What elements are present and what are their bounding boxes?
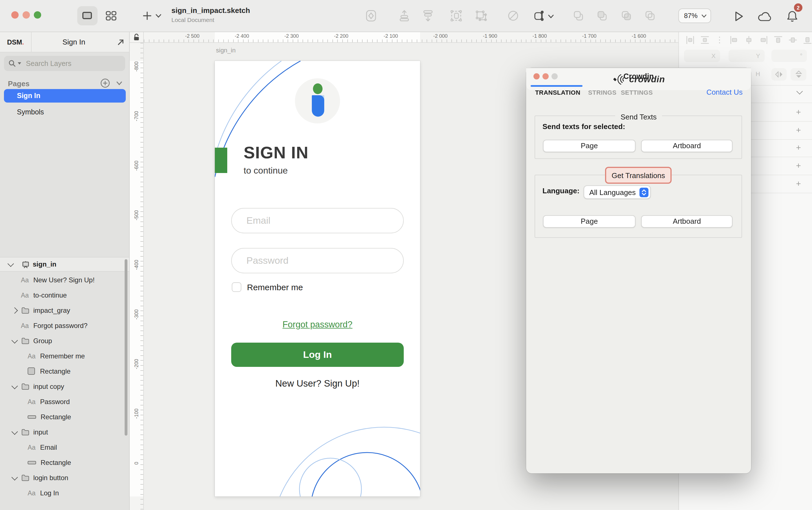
crowdin-plugin-window[interactable]: Crowdin TRANSLATIONSTRINGSSETTINGS Conta…: [526, 68, 751, 473]
edit-layer-chevron-icon[interactable]: [548, 14, 554, 19]
expand-arrow-icon[interactable]: [117, 38, 125, 46]
chevron-down-icon[interactable]: [11, 474, 18, 480]
dist-v-icon[interactable]: [700, 35, 709, 44]
layer-row[interactable]: AaEmail: [0, 440, 129, 455]
crowdin-tab-settings[interactable]: SETTINGS: [621, 89, 653, 96]
send-page-button[interactable]: Page: [543, 140, 636, 152]
detach-style-icon[interactable]: [644, 9, 656, 22]
layer-row[interactable]: Group: [0, 333, 129, 348]
layer-row[interactable]: AaForgot password?: [0, 318, 129, 333]
copy-style-icon[interactable]: [572, 9, 585, 22]
x-position-field[interactable]: X: [684, 50, 720, 62]
align-b-icon[interactable]: [803, 35, 812, 44]
zoom-level-dropdown[interactable]: 87%: [678, 8, 711, 23]
add-style-icon[interactable]: +: [794, 179, 803, 188]
layer-row-artboard[interactable]: sign_in: [0, 257, 129, 272]
layer-row[interactable]: AaPassword: [0, 394, 129, 409]
layer-label: Email: [40, 443, 57, 451]
sidebar-page-sign-in[interactable]: Sign In: [4, 89, 126, 102]
rotation-field[interactable]: °: [772, 50, 807, 62]
current-page-tab[interactable]: Sign In: [32, 32, 116, 52]
edit-layer-icon[interactable]: [532, 9, 545, 22]
dsm-plugin-button[interactable]: DSM.: [0, 32, 32, 52]
grid-view-icon[interactable]: [106, 10, 117, 22]
chevron-down-icon[interactable]: [11, 383, 18, 389]
flip-horizontal-button[interactable]: [772, 68, 787, 81]
insert-plus-icon[interactable]: [143, 11, 152, 20]
remember-me-checkbox[interactable]: [232, 282, 241, 292]
preview-play-icon[interactable]: [733, 10, 744, 23]
dist-h-icon[interactable]: [686, 35, 695, 44]
add-style-icon[interactable]: +: [794, 125, 803, 134]
login-button[interactable]: Log In: [231, 342, 404, 367]
insert-chevron-down-icon[interactable]: [156, 13, 161, 18]
ruler-label: -2 400: [228, 33, 256, 39]
align-r-icon[interactable]: [759, 35, 768, 44]
add-page-icon[interactable]: [100, 78, 110, 88]
add-style-icon[interactable]: +: [794, 143, 803, 152]
layer-row[interactable]: Rectangle: [0, 409, 129, 424]
layer-row[interactable]: impact_gray: [0, 303, 129, 318]
sidebar-page-symbols[interactable]: Symbols: [4, 106, 126, 119]
layer-row[interactable]: Aato-continue: [0, 288, 129, 303]
contact-us-link[interactable]: Contact Us: [706, 88, 743, 96]
get-translations-button[interactable]: Get Translations: [605, 167, 672, 184]
artboard-title[interactable]: sign_in: [216, 47, 236, 54]
section-chevron-down-icon[interactable]: [796, 88, 803, 95]
layer-row[interactable]: input copy: [0, 379, 129, 394]
add-style-icon[interactable]: +: [794, 160, 803, 170]
lock-icon[interactable]: [133, 33, 140, 41]
search-layers-field[interactable]: [4, 56, 125, 71]
flip-vertical-button[interactable]: [790, 68, 806, 81]
get-page-button[interactable]: Page: [543, 215, 636, 228]
add-style-icon[interactable]: +: [794, 107, 803, 117]
paste-style-icon[interactable]: [596, 9, 608, 22]
pages-collapse-chevron-icon[interactable]: [116, 81, 122, 86]
email-field[interactable]: Email: [231, 208, 404, 233]
layer-row[interactable]: Rectangle: [0, 455, 129, 470]
get-artboard-button[interactable]: Artboard: [641, 215, 732, 228]
zoom-traffic-light[interactable]: [34, 11, 41, 19]
align-c-icon[interactable]: [744, 35, 753, 44]
layer-row[interactable]: AaRemember me: [0, 348, 129, 363]
chevron-down-icon[interactable]: [11, 428, 18, 435]
dsm-label: DSM: [7, 38, 22, 46]
align-l-icon[interactable]: [730, 35, 739, 44]
minimize-traffic-light[interactable]: [23, 11, 30, 19]
password-field[interactable]: Password: [231, 248, 404, 273]
forgot-password-link[interactable]: Forgot password?: [215, 320, 420, 330]
insert-symbol-icon[interactable]: [365, 9, 377, 22]
rotate-icon[interactable]: [507, 9, 519, 22]
link-style-icon[interactable]: [620, 9, 633, 22]
search-input[interactable]: [25, 59, 112, 68]
y-position-field[interactable]: Y: [729, 50, 765, 62]
language-dropdown[interactable]: All Languages: [584, 185, 651, 199]
pages-header: Pages: [8, 80, 30, 88]
layers-scrollbar[interactable]: [125, 259, 127, 436]
bring-forward-icon[interactable]: [398, 9, 410, 22]
close-traffic-light[interactable]: [11, 11, 19, 19]
boolean-union-icon[interactable]: [475, 9, 487, 22]
layer-row[interactable]: AaNew User? Sign Up!: [0, 272, 129, 288]
layer-row[interactable]: login button: [0, 470, 129, 485]
chevron-right-icon[interactable]: [11, 307, 18, 313]
crowdin-tab-translation[interactable]: TRANSLATION: [535, 89, 580, 96]
chevron-down-icon[interactable]: [11, 337, 18, 343]
layer-row[interactable]: input: [0, 424, 129, 440]
text-layer-icon: Aa: [28, 489, 35, 496]
text-layer-icon: Aa: [28, 444, 35, 451]
canvas-view-toggle-button[interactable]: [77, 6, 97, 25]
chevron-down-icon[interactable]: [8, 261, 14, 267]
align-t-icon[interactable]: [774, 35, 783, 44]
crowdin-tab-strings[interactable]: STRINGS: [588, 89, 617, 96]
signup-text[interactable]: New User? Sign Up!: [215, 378, 420, 389]
cloud-sync-icon[interactable]: [758, 11, 773, 22]
dots-icon[interactable]: [715, 35, 724, 44]
send-artboard-button[interactable]: Artboard: [641, 140, 732, 152]
mask-icon[interactable]: [450, 9, 462, 22]
layer-row[interactable]: Rectangle: [0, 363, 129, 379]
layer-row[interactable]: AaLog In: [0, 485, 129, 501]
align-m-icon[interactable]: [788, 35, 798, 44]
artboard[interactable]: SIGN IN to continue Email Password Remem…: [215, 61, 420, 497]
send-backward-icon[interactable]: [422, 9, 434, 22]
